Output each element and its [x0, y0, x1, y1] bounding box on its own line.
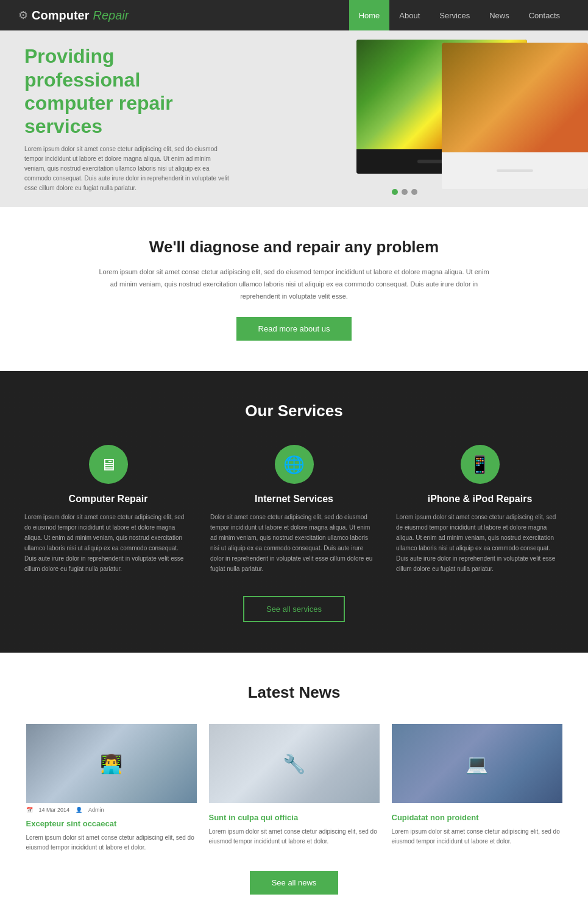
- hero-heading: Providing professional computer repair s…: [24, 44, 232, 138]
- header: ⚙ ComputerRepair Home About Services New…: [0, 0, 588, 30]
- service-desc-3: Lorem ipsum dolor sit amet conse ctetur …: [396, 512, 564, 574]
- service-title-3: iPhone & iPod Repairs: [396, 494, 564, 505]
- news-desc-1: Lorem ipsum dolor sit amet conse ctetur …: [26, 833, 197, 853]
- news-title-1[interactable]: Excepteur sint occaecat: [26, 819, 197, 828]
- news-desc-2: Lorem ipsum dolor sit amet conse ctetur …: [209, 827, 380, 846]
- hero-description: Lorem ipsum dolor sit amet conse ctetur …: [24, 144, 232, 193]
- hero-section: Providing professional computer repair s…: [0, 30, 588, 207]
- news-meta-3: [392, 803, 562, 810]
- service-title-1: Computer Repair: [24, 494, 192, 505]
- read-more-button[interactable]: Read more about us: [236, 317, 352, 341]
- news-item-1: 👨‍💻 📅 14 Mar 2014 👤 Admin Excepteur sint…: [26, 724, 197, 853]
- news-image-1: 👨‍💻: [26, 724, 197, 803]
- hero-dot-1[interactable]: [392, 189, 398, 195]
- nav-services[interactable]: Services: [430, 0, 480, 30]
- news-item-3: 💻 Cupidatat non proident Lorem ipsum dol…: [392, 724, 562, 853]
- news-image-2: 🔧: [209, 724, 380, 803]
- service-title-2: Internet Services: [210, 494, 378, 505]
- nav-contacts[interactable]: Contacts: [519, 0, 570, 30]
- services-heading: Our Services: [24, 402, 564, 420]
- service-desc-1: Lorem ipsum dolor sit amet conse ctetur …: [24, 512, 192, 574]
- news-title-3[interactable]: Cupidatat non proident: [392, 813, 562, 822]
- nav-home[interactable]: Home: [349, 0, 390, 30]
- logo-text-main: Computer: [32, 9, 89, 23]
- computer-repair-icon: 🖥: [89, 445, 128, 484]
- iphone-repairs-icon: 📱: [461, 445, 500, 484]
- gear-icon: ⚙: [18, 9, 28, 22]
- hero-images: [247, 30, 588, 207]
- services-grid: 🖥 Computer Repair Lorem ipsum dolor sit …: [24, 445, 564, 574]
- news-title-2[interactable]: Sunt in culpa qui officia: [209, 813, 380, 822]
- service-item-iphone: 📱 iPhone & iPod Repairs Lorem ipsum dolo…: [396, 445, 564, 574]
- news-desc-3: Lorem ipsum dolor sit amet conse ctetur …: [392, 827, 562, 846]
- news-grid: 👨‍💻 📅 14 Mar 2014 👤 Admin Excepteur sint…: [24, 724, 564, 853]
- news-section: Latest News 👨‍💻 📅 14 Mar 2014 👤 Admin Ex…: [0, 653, 588, 897]
- service-item-internet: 🌐 Internet Services Dolor sit amet conse…: [210, 445, 378, 574]
- news-meta-2: [209, 803, 380, 810]
- nav-about[interactable]: About: [389, 0, 430, 30]
- internet-services-icon: 🌐: [275, 445, 314, 484]
- diagnose-description: Lorem ipsum dolor sit amet conse ctetur …: [97, 266, 491, 302]
- hero-content: Providing professional computer repair s…: [0, 30, 256, 207]
- news-image-3: 💻: [392, 724, 562, 803]
- main-nav: Home About Services News Contacts: [349, 0, 570, 30]
- logo: ⚙ ComputerRepair: [18, 9, 349, 23]
- hero-dot-2[interactable]: [402, 189, 408, 195]
- logo-text-accent: Repair: [93, 9, 129, 23]
- see-all-news-button[interactable]: See all news: [250, 871, 339, 895]
- news-heading: Latest News: [24, 683, 564, 702]
- hero-monitor-2: [442, 43, 588, 189]
- see-all-services-button[interactable]: See all services: [243, 596, 345, 622]
- diagnose-heading: We'll diagnose and repair any problem: [97, 238, 491, 257]
- services-section: Our Services 🖥 Computer Repair Lorem ips…: [0, 371, 588, 653]
- diagnose-section: We'll diagnose and repair any problem Lo…: [0, 207, 588, 371]
- hero-dot-3[interactable]: [411, 189, 417, 195]
- hero-dots: [392, 189, 417, 195]
- service-item-computer: 🖥 Computer Repair Lorem ipsum dolor sit …: [24, 445, 192, 574]
- news-meta-1: 📅 14 Mar 2014 👤 Admin: [26, 803, 197, 817]
- service-desc-2: Dolor sit amet conse ctetur adipiscing e…: [210, 512, 378, 574]
- nav-news[interactable]: News: [480, 0, 519, 30]
- news-item-2: 🔧 Sunt in culpa qui officia Lorem ipsum …: [209, 724, 380, 853]
